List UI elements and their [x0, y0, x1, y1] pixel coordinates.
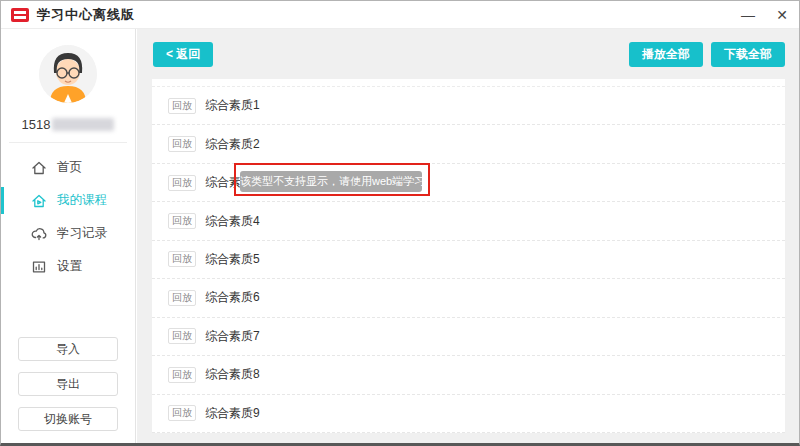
course-title: 综合素质1 [205, 97, 260, 114]
app-window: 学习中心离线版 — ✕ [0, 0, 800, 446]
settings-icon [31, 259, 47, 275]
course-title: 综合素质6 [205, 289, 260, 306]
course-row[interactable]: 回放综合素质4 [152, 202, 785, 240]
phone-digits: 1518 [22, 117, 51, 132]
replay-badge: 回放 [168, 213, 196, 229]
toolbar: < 返回 播放全部 下载全部 [137, 29, 799, 79]
window-controls: — ✕ [731, 1, 799, 28]
sidebar-item-label: 我的课程 [57, 192, 107, 209]
course-list-panel: 回放综合素质1回放综合素质2回放综合素质3回放综合素质4回放综合素质5回放综合素… [152, 79, 785, 433]
course-row[interactable]: 回放综合素质2 [152, 125, 785, 163]
course-title: 综合素质9 [205, 405, 260, 422]
course-row[interactable]: 回放综合素质7 [152, 318, 785, 356]
courses-icon [31, 193, 47, 209]
sidebar-item-settings[interactable]: 设置 [1, 250, 135, 283]
minimize-button[interactable]: — [731, 1, 765, 28]
course-row[interactable]: 回放综合素质8 [152, 356, 785, 394]
avatar [39, 45, 97, 103]
back-button[interactable]: < 返回 [153, 42, 213, 67]
app-title: 学习中心离线版 [37, 6, 135, 24]
course-title: 综合素质4 [205, 213, 260, 230]
replay-badge: 回放 [168, 405, 196, 421]
switch-account-button[interactable]: 切换账号 [18, 407, 118, 431]
replay-badge: 回放 [168, 367, 196, 383]
sidebar-actions: 导入 导出 切换账号 [1, 337, 135, 431]
course-row[interactable]: 回放综合素质9 [152, 395, 785, 433]
sidebar-item-study-records[interactable]: 学习记录 [1, 217, 135, 250]
sidebar-item-label: 设置 [57, 258, 82, 275]
sidebar: 1518 首页 我的课程 学习记录 设置 导入 导出 [1, 29, 136, 443]
play-all-button[interactable]: 播放全部 [629, 42, 703, 67]
sidebar-item-my-courses[interactable]: 我的课程 [1, 184, 135, 217]
title-bar: 学习中心离线版 — ✕ [1, 1, 799, 29]
cloud-record-icon [31, 226, 47, 242]
phone-redacted-blur [52, 118, 114, 131]
unsupported-type-tooltip: 该类型不支持显示，请使用web端学习中心访问 [240, 171, 422, 192]
replay-badge: 回放 [168, 175, 196, 191]
course-row[interactable]: 回放综合素质6 [152, 279, 785, 317]
course-title: 综合素质5 [205, 251, 260, 268]
replay-badge: 回放 [168, 290, 196, 306]
home-icon [31, 160, 47, 176]
sidebar-nav: 首页 我的课程 学习记录 设置 [1, 151, 135, 283]
sidebar-item-home[interactable]: 首页 [1, 151, 135, 184]
main-content: < 返回 播放全部 下载全部 回放综合素质1回放综合素质2回放综合素质3回放综合… [137, 29, 799, 443]
course-row[interactable]: 回放综合素质1 [152, 87, 785, 125]
sidebar-item-label: 学习记录 [57, 225, 107, 242]
course-title: 综合素质7 [205, 328, 260, 345]
close-button[interactable]: ✕ [765, 1, 799, 28]
import-button[interactable]: 导入 [18, 337, 118, 361]
course-title: 综合素质2 [205, 136, 260, 153]
sidebar-item-label: 首页 [57, 159, 82, 176]
course-list: 回放综合素质1回放综合素质2回放综合素质3回放综合素质4回放综合素质5回放综合素… [152, 87, 785, 433]
course-title: 综合素质8 [205, 366, 260, 383]
panel-top-strip [152, 79, 785, 87]
sidebar-divider [9, 142, 127, 143]
user-phone: 1518 [1, 117, 135, 132]
download-all-button[interactable]: 下载全部 [711, 42, 785, 67]
replay-badge: 回放 [168, 136, 196, 152]
app-logo-icon [11, 8, 29, 22]
course-row[interactable]: 回放综合素质5 [152, 241, 785, 279]
replay-badge: 回放 [168, 251, 196, 267]
export-button[interactable]: 导出 [18, 372, 118, 396]
replay-badge: 回放 [168, 98, 196, 114]
replay-badge: 回放 [168, 328, 196, 344]
